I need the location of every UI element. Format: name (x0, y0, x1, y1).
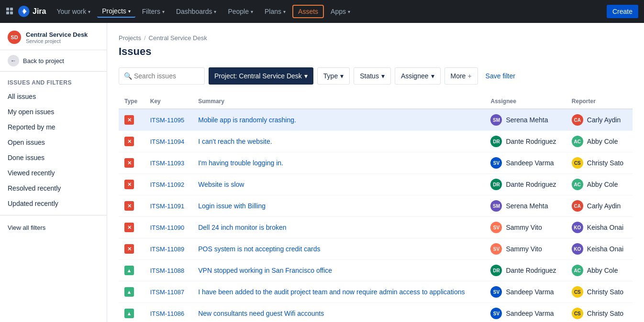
assignee-cell: DR Dante Rodriguez (490, 179, 560, 190)
table-row[interactable]: ✕ ITSM-11094 I can't reach the website. … (119, 131, 633, 152)
table-row[interactable]: ✕ ITSM-11093 I'm having trouble logging … (119, 152, 633, 174)
cell-summary: Dell 24 inch monitor is broken (192, 217, 485, 238)
sidebar-item-viewed-recently[interactable]: Viewed recently (0, 165, 107, 181)
sidebar-item-reported-by-me[interactable]: Reported by me (0, 119, 107, 135)
sidebar-item-resolved-recently[interactable]: Resolved recently (0, 181, 107, 196)
cell-key: ITSM-11091 (144, 195, 192, 217)
cell-key: ITSM-11093 (144, 152, 192, 174)
issue-summary[interactable]: I have been added to the audit project t… (198, 288, 465, 296)
assignee-cell: SV Sandeep Varma (490, 286, 560, 298)
main-content: Projects / Central Service Desk Issues 🔍… (107, 23, 644, 322)
cell-type: ▲ (119, 303, 144, 322)
chevron-down-icon: ▾ (348, 9, 350, 14)
reporter-name: Keisha Onai (587, 224, 623, 231)
assignee-name: Serena Mehta (506, 116, 548, 124)
sidebar-item-done-issues[interactable]: Done issues (0, 150, 107, 165)
cell-reporter: AC Abby Cole (566, 131, 633, 152)
reporter-avatar: AC (572, 136, 583, 147)
sidebar-item-updated-recently[interactable]: Updated recently (0, 196, 107, 211)
sidebar-item-open-issues[interactable]: Open issues (0, 135, 107, 150)
cell-summary: Mobile app is randomly crashing. (192, 109, 485, 131)
col-key: Key (144, 94, 192, 109)
cell-type: ✕ (119, 195, 144, 217)
assignee-avatar: SV (490, 157, 502, 169)
filter-bar: 🔍 Project: Central Service Desk ▾ Type ▾… (119, 67, 633, 85)
issue-key: ITSM-11086 (150, 310, 185, 317)
nav-plans[interactable]: Plans ▾ (260, 6, 290, 17)
breadcrumb-projects-link[interactable]: Projects (119, 34, 141, 42)
search-input[interactable] (134, 72, 200, 80)
type-icon: ✕ (124, 180, 134, 189)
grid-icon[interactable] (6, 7, 14, 16)
reporter-name: Christy Sato (587, 288, 623, 296)
table-row[interactable]: ✕ ITSM-11091 Login issue with Billing SM… (119, 195, 633, 217)
issue-summary[interactable]: New consultants need guest Wifi accounts (198, 310, 324, 317)
cell-assignee: SV Sandeep Varma (485, 152, 566, 174)
reporter-cell: CA Carly Aydin (572, 114, 627, 126)
cell-type: ✕ (119, 217, 144, 238)
nav-projects[interactable]: Projects ▾ (97, 5, 135, 18)
sidebar-item-all-issues[interactable]: All issues (0, 89, 107, 104)
cell-summary: I have been added to the audit project t… (192, 281, 485, 303)
issue-key: ITSM-11091 (150, 203, 185, 210)
assignee-cell: SV Sammy Vito (490, 222, 560, 233)
cell-summary: New consultants need guest Wifi accounts (192, 303, 485, 322)
cell-reporter: CS Christy Sato (566, 303, 633, 322)
issue-summary[interactable]: VPN stopped working in San Francisco off… (198, 267, 332, 274)
nav-filters[interactable]: Filters ▾ (137, 6, 169, 17)
view-all-filters[interactable]: View all filters (0, 219, 107, 236)
table-row[interactable]: ✕ ITSM-11095 Mobile app is randomly cras… (119, 109, 633, 131)
type-icon: ✕ (124, 244, 134, 254)
issue-summary[interactable]: Website is slow (198, 181, 244, 188)
table-row[interactable]: ▲ ITSM-11086 New consultants need guest … (119, 303, 633, 322)
nav-assets[interactable]: Assets (292, 5, 324, 18)
reporter-cell: CS Christy Sato (572, 286, 627, 298)
cell-key: ITSM-11087 (144, 281, 192, 303)
cell-key: ITSM-11094 (144, 131, 192, 152)
table-row[interactable]: ✕ ITSM-11089 POS system is not accepting… (119, 238, 633, 260)
assignee-filter-button[interactable]: Assignee ▾ (395, 67, 441, 85)
save-filter-button[interactable]: Save filter (482, 67, 519, 85)
reporter-avatar: KO (572, 222, 583, 233)
type-icon: ▲ (124, 266, 134, 275)
nav-your-work[interactable]: Your work ▾ (52, 6, 95, 17)
back-to-project[interactable]: ← Back to project (0, 50, 107, 72)
reporter-name: Christy Sato (587, 159, 623, 167)
svg-rect-3 (10, 11, 13, 14)
jira-logo[interactable]: Jira (18, 6, 46, 17)
search-box[interactable]: 🔍 (119, 67, 205, 85)
cell-assignee: SV Sammy Vito (485, 238, 566, 260)
issue-summary[interactable]: Login issue with Billing (198, 202, 266, 210)
type-icon: ✕ (124, 137, 134, 146)
table-row[interactable]: ✕ ITSM-11090 Dell 24 inch monitor is bro… (119, 217, 633, 238)
issue-summary[interactable]: I can't reach the website. (198, 138, 272, 145)
status-filter-button[interactable]: Status ▾ (354, 67, 391, 85)
issue-summary[interactable]: Mobile app is randomly crashing. (198, 116, 296, 124)
reporter-avatar: AC (572, 179, 583, 190)
nav-apps[interactable]: Apps ▾ (326, 6, 355, 17)
table-row[interactable]: ✕ ITSM-11092 Website is slow DR Dante Ro… (119, 174, 633, 195)
cell-key: ITSM-11089 (144, 238, 192, 260)
type-filter-button[interactable]: Type ▾ (317, 67, 350, 85)
project-filter-button[interactable]: Project: Central Service Desk ▾ (209, 67, 313, 85)
nav-people[interactable]: People ▾ (223, 6, 258, 17)
reporter-avatar: CS (572, 286, 583, 298)
table-row[interactable]: ▲ ITSM-11087 I have been added to the au… (119, 281, 633, 303)
reporter-name: Abby Cole (587, 267, 618, 274)
reporter-name: Abby Cole (587, 181, 618, 188)
issue-summary[interactable]: Dell 24 inch monitor is broken (198, 224, 286, 231)
cell-assignee: SM Serena Mehta (485, 195, 566, 217)
reporter-name: Abby Cole (587, 138, 618, 145)
table-row[interactable]: ▲ ITSM-11088 VPN stopped working in San … (119, 260, 633, 281)
create-button[interactable]: Create (607, 5, 638, 18)
cell-summary: Website is slow (192, 174, 485, 195)
cell-key: ITSM-11088 (144, 260, 192, 281)
issue-summary[interactable]: I'm having trouble logging in. (198, 159, 283, 167)
sidebar-item-my-open-issues[interactable]: My open issues (0, 104, 107, 119)
assignee-cell: SM Serena Mehta (490, 114, 560, 126)
issue-summary[interactable]: POS system is not accepting credit cards (198, 245, 320, 253)
assignee-cell: SV Sandeep Varma (490, 157, 560, 169)
more-filter-button[interactable]: More + (444, 67, 478, 85)
nav-dashboards[interactable]: Dashboards ▾ (171, 6, 222, 17)
assignee-name: Serena Mehta (506, 202, 548, 210)
